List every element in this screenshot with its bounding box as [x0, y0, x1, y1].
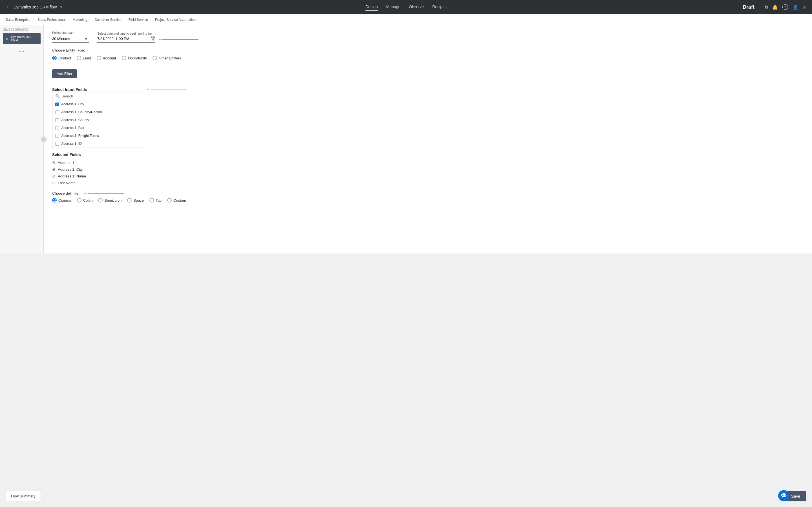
delimiter-option-custom[interactable]: Custom [167, 198, 186, 203]
tab-observe[interactable]: Observe [409, 3, 424, 11]
top-nav: ← Dynamics 365 CRM flow ✎ Design Manage … [0, 0, 812, 14]
back-button[interactable]: ← [6, 4, 11, 10]
nav-tabs: Design Manage Observe Recipes [365, 3, 447, 11]
selected-fields-label: Selected Fields [52, 152, 804, 157]
delimiter-option-comma[interactable]: Comma [52, 198, 71, 203]
delimiter-radio-comma[interactable] [52, 198, 57, 203]
polling-row: Polling Interval * 15 Minutes 30 Minutes… [52, 31, 804, 43]
delimiter-option-tab[interactable]: Tab [149, 198, 161, 203]
polling-interval-group: Polling Interval * 15 Minutes 30 Minutes… [52, 31, 89, 43]
sub-tab-field-service[interactable]: Field Service [129, 16, 148, 23]
tab-manage[interactable]: Manage [386, 3, 401, 11]
list-item[interactable]: Address 1: Freight Terms [52, 132, 145, 140]
sub-tab-sales-enterprise[interactable]: Sales Enterprise [6, 16, 31, 23]
calendar-icon[interactable]: 📅 [150, 36, 155, 41]
entity-option-opportunity[interactable]: Opportunity [122, 56, 147, 60]
entity-option-contact[interactable]: Contact [52, 56, 71, 60]
checkbox-address1-city[interactable]: ✓ [55, 103, 59, 106]
entity-radio-other[interactable] [153, 56, 157, 60]
selected-field-item: ⊖ Address 1 [52, 159, 804, 166]
selected-field-address1-city: Address 1: City [58, 167, 83, 172]
item-label-address1-id: Address 1: ID [61, 142, 82, 146]
entity-option-account[interactable]: Account [97, 56, 116, 60]
entity-option-lead[interactable]: Lead [77, 56, 91, 60]
selected-field-address1-name: Address 1: Name [58, 174, 86, 178]
delimiter-radio-custom[interactable] [167, 198, 172, 203]
item-label-address1-country: Address 1: Country/Region [61, 110, 102, 114]
entity-radio-contact[interactable] [52, 56, 57, 60]
sub-tab-customer-service[interactable]: Customer Service [94, 16, 121, 23]
remove-lastname-icon[interactable]: ⊖ [52, 180, 56, 185]
entity-label-account: Account [103, 56, 116, 60]
sidebar-card-name: Dynamics 365 CRM [11, 35, 38, 42]
checkbox-address1-fax[interactable] [55, 126, 59, 130]
dropdown-list: ✓ Address 1: City Address 1: Country/Reg… [52, 100, 145, 148]
entity-radio-opportunity[interactable] [122, 56, 126, 60]
sidebar-collapse-button[interactable]: ‹ [41, 136, 47, 143]
selected-field-item: ⊖ Last Name [52, 179, 804, 186]
entity-label-contact: Contact [58, 56, 71, 60]
date-label: Select date and time to begin polling fr… [97, 32, 199, 35]
sidebar: Object Updated ▶ Dynamics 365 CRM ⌄⌄ ‹ [0, 25, 44, 253]
list-item[interactable]: Address 1: Fax [52, 124, 145, 132]
help-icon[interactable]: ? [782, 4, 788, 10]
entity-section: Choose Entity Type: Contact Lead Account… [52, 48, 804, 60]
entity-label-opportunity: Opportunity [128, 56, 147, 60]
delimiter-radio-space[interactable] [127, 198, 132, 203]
entity-label-lead: Lead [83, 56, 91, 60]
list-item[interactable]: Address 1: County [52, 116, 145, 124]
list-item[interactable]: ✓ Address 1: City [52, 100, 145, 108]
checkbox-address1-freight[interactable] [55, 134, 59, 138]
checkbox-address1-county[interactable] [55, 118, 59, 122]
select-input-header: Select Input Fields ←———————— [52, 87, 804, 92]
delimiter-radio-tab[interactable] [149, 198, 154, 203]
external-link-icon[interactable]: ⧉ [765, 4, 768, 10]
search-icon: 🔍 [55, 94, 60, 98]
add-filter-button[interactable]: Add Filter [52, 69, 77, 78]
date-input[interactable] [97, 37, 148, 41]
search-input[interactable] [61, 94, 142, 98]
entity-radio-lead[interactable] [77, 56, 81, 60]
list-item[interactable]: Address 1: Country/Region [52, 108, 145, 116]
delimiter-option-semicolon[interactable]: Semicolon [98, 198, 121, 203]
item-label-address1-freight: Address 1: Freight Terms [61, 134, 99, 138]
checkbox-address1-country[interactable] [55, 110, 59, 114]
delimiter-label-tab: Tab [156, 198, 161, 203]
sub-tab-project-service[interactable]: Project Service Automation [155, 16, 196, 23]
user-icon[interactable]: 👤 [793, 4, 798, 10]
polling-interval-select[interactable]: 15 Minutes 30 Minutes 1 Hour 2 Hours [52, 36, 89, 43]
delimiter-radio-colon[interactable] [77, 198, 82, 203]
entity-radio-account[interactable] [97, 56, 101, 60]
select-input-label: Select Input Fields [52, 87, 87, 92]
selected-fields-section: Selected Fields ⊖ Address 1 ⊖ Address 1:… [52, 152, 804, 186]
bell-icon[interactable]: 🔔 [772, 4, 778, 10]
entity-option-other[interactable]: Other Entities [153, 56, 181, 60]
edit-title-icon[interactable]: ✎ [59, 5, 63, 9]
sub-tab-marketing[interactable]: Marketing [72, 16, 87, 23]
list-item[interactable]: Address 1: ID [52, 140, 145, 148]
date-annotation-arrow: ←———————— [158, 37, 199, 42]
delimiter-label-comma: Comma [58, 198, 71, 203]
draft-status: Draft [743, 4, 755, 10]
app-title: Dynamics 365 CRM flow [13, 5, 57, 9]
delimiter-option-colon[interactable]: Colon [77, 198, 93, 203]
delimiter-option-space[interactable]: Space [127, 198, 144, 203]
delimiter-radio-semicolon[interactable] [98, 198, 103, 203]
tab-design[interactable]: Design [365, 3, 378, 11]
select-input-section: Select Input Fields ←———————— 🔍 ✓ Addres… [52, 87, 804, 148]
item-label-address1-county: Address 1: County [61, 118, 89, 122]
sub-tab-sales-professional[interactable]: Sales Professional [38, 16, 65, 23]
remove-address1-city-icon[interactable]: ⊖ [52, 167, 56, 172]
delimiter-label-colon: Colon [83, 198, 93, 203]
tab-recipes[interactable]: Recipes [432, 3, 447, 11]
expand-icon[interactable]: ⌄⌄ [3, 48, 41, 53]
sidebar-card[interactable]: ▶ Dynamics 365 CRM [3, 33, 41, 44]
remove-address1-name-icon[interactable]: ⊖ [52, 174, 56, 178]
search-box-wrapper: 🔍 ✓ Address 1: City Address 1: Country/R… [52, 92, 145, 148]
remove-address1-icon[interactable]: ⊖ [52, 160, 56, 165]
entity-label: Choose Entity Type: [52, 48, 804, 52]
checkbox-address1-id[interactable] [55, 142, 59, 146]
select-input-annotation-arrow: ←———————— [146, 87, 187, 92]
date-group: Select date and time to begin polling fr… [97, 32, 199, 43]
delimiter-section: Choose delimiter: ←———————— Comma Colon … [52, 191, 804, 203]
